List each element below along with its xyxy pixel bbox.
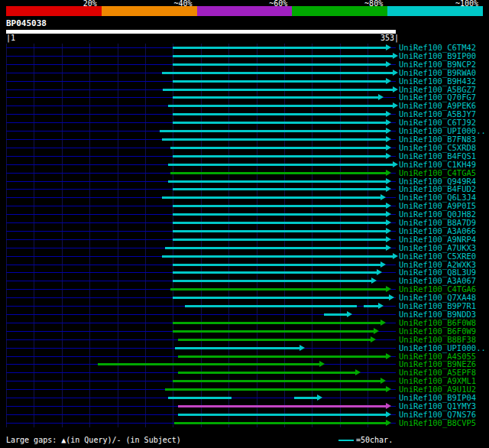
hit-arrow-icon	[355, 369, 361, 375]
hit-bar[interactable]	[173, 222, 386, 224]
hit-bar[interactable]	[178, 414, 386, 416]
hit-arrow-icon	[371, 336, 376, 342]
hit-bar[interactable]	[162, 196, 381, 199]
hit-bar[interactable]	[173, 205, 386, 207]
hit-bar[interactable]	[173, 230, 386, 232]
hit-bar[interactable]	[324, 313, 347, 316]
hit-arrow-icon	[381, 261, 386, 268]
hit-row: UniRef100_B8A7D9	[6, 219, 396, 227]
hit-row: UniRef100_Q8L3U9	[6, 268, 396, 277]
hit-bar[interactable]	[163, 89, 393, 91]
hit-bar[interactable]	[165, 247, 386, 249]
hit-arrow-icon	[386, 153, 391, 159]
hit-arrow-icon	[386, 286, 391, 292]
hit-arrow-icon	[378, 303, 384, 309]
query-name: BP045038	[6, 18, 489, 28]
hit-arrow-icon	[386, 420, 391, 426]
hit-label[interactable]: UniRef100_C4TGA5	[399, 169, 476, 177]
hit-bar[interactable]	[173, 239, 386, 241]
hit-bar[interactable]	[294, 397, 317, 399]
hit-bar[interactable]	[170, 288, 386, 291]
hit-row: UniRef100_B9NDD3	[6, 310, 396, 319]
hit-bar[interactable]	[178, 405, 386, 407]
hit-row: UniRef100_B6F0W9	[6, 327, 396, 336]
hit-arrow-icon	[374, 328, 379, 334]
hit-bar[interactable]	[170, 147, 386, 149]
hit-bar[interactable]	[168, 397, 231, 399]
hit-bar[interactable]	[162, 255, 393, 258]
hit-arrow-icon	[378, 94, 384, 100]
hit-bar[interactable]	[185, 305, 357, 307]
hit-arrow-icon	[393, 253, 398, 259]
hit-arrow-icon	[389, 294, 394, 300]
hit-row: UniRef100_B9IP04	[6, 394, 396, 402]
hit-bar[interactable]	[173, 113, 386, 115]
hit-arrow-icon	[381, 320, 386, 326]
hit-row: UniRef100_C5XRE0	[6, 252, 396, 261]
hit-row: UniRef100_C4TGA6	[6, 285, 396, 294]
hit-row: UniRef100_C6TM42	[6, 44, 396, 52]
hit-arrow-icon	[393, 161, 398, 167]
hit-bar[interactable]	[173, 96, 378, 99]
hit-arrow-icon	[386, 219, 391, 226]
scale-line-icon	[338, 440, 354, 441]
hit-bar[interactable]	[178, 339, 370, 341]
hit-bar[interactable]	[168, 105, 392, 107]
hit-bar[interactable]	[173, 264, 381, 266]
hit-bar[interactable]	[173, 63, 386, 66]
hit-row: UniRef100_A2WXK3	[6, 261, 396, 269]
hit-bar[interactable]	[173, 47, 386, 49]
hit-label[interactable]: UniRef100_UPI000..	[399, 344, 486, 352]
hit-bar[interactable]	[173, 297, 389, 299]
hit-bar[interactable]	[173, 280, 371, 282]
hit-row: UniRef100_Q7XA48	[6, 294, 396, 302]
hit-arrow-icon	[386, 228, 391, 234]
hit-row: UniRef100_UPI000..	[6, 127, 396, 135]
hit-row: UniRef100_Q70FG7	[6, 93, 396, 102]
hit-rows: UniRef100_C6TM42UniRef100_B9IP00UniRef10…	[6, 44, 396, 427]
hit-bar[interactable]	[173, 271, 377, 274]
hit-bar[interactable]	[160, 130, 386, 132]
hit-bar[interactable]	[175, 347, 300, 349]
hit-bar[interactable]	[173, 55, 393, 57]
hit-bar[interactable]	[165, 388, 386, 391]
hit-row: UniRef100_C1KH49	[6, 161, 396, 169]
hit-bar[interactable]	[162, 72, 393, 74]
hit-row: UniRef100_UPI000..	[6, 344, 396, 352]
hit-bar[interactable]	[173, 322, 381, 324]
hit-row: UniRef100_B8CVP5	[6, 419, 396, 427]
scale-label: =50char.	[356, 436, 393, 445]
hit-bar[interactable]	[173, 122, 386, 124]
hit-bar[interactable]	[364, 305, 378, 307]
hit-bar[interactable]	[170, 172, 386, 174]
hit-bar[interactable]	[178, 355, 386, 358]
hit-row: UniRef100_Q1YMY3	[6, 402, 396, 411]
hit-row: UniRef100_B8BF38	[6, 336, 396, 344]
hit-bar[interactable]	[173, 155, 386, 157]
hit-arrow-icon	[317, 394, 322, 401]
hit-row: UniRef100_A3A067	[6, 277, 396, 285]
hit-arrow-icon	[386, 170, 391, 176]
hit-arrow-icon	[386, 186, 391, 192]
hit-row: UniRef100_B6F0W8	[6, 319, 396, 327]
hit-bar[interactable]	[98, 363, 319, 365]
hit-bar[interactable]	[168, 180, 386, 183]
hit-bar[interactable]	[162, 138, 386, 141]
hit-bar[interactable]	[174, 422, 386, 424]
hit-bar[interactable]	[168, 164, 392, 166]
hit-bar[interactable]	[178, 372, 355, 374]
hit-bar[interactable]	[173, 330, 374, 333]
hit-label[interactable]: UniRef100_C5XRE0	[399, 252, 476, 261]
hit-bar[interactable]	[173, 188, 386, 190]
hit-bar[interactable]	[173, 380, 381, 382]
hit-arrow-icon	[386, 236, 391, 242]
hit-label[interactable]: UniRef100_B8CVP5	[399, 419, 476, 427]
hit-arrow-icon	[386, 144, 391, 151]
hit-row: UniRef100_Q6L3J4	[6, 193, 396, 202]
identity-key-label: ~100%	[455, 0, 478, 8]
hit-label[interactable]: UniRef100_B9H432	[399, 77, 476, 86]
large-gaps-legend: Large gaps: ▲(in Query)/- (in Subject)	[6, 436, 181, 444]
hit-row: UniRef100_B9H432	[6, 77, 396, 86]
hit-bar[interactable]	[173, 80, 386, 83]
hit-bar[interactable]	[173, 213, 386, 216]
